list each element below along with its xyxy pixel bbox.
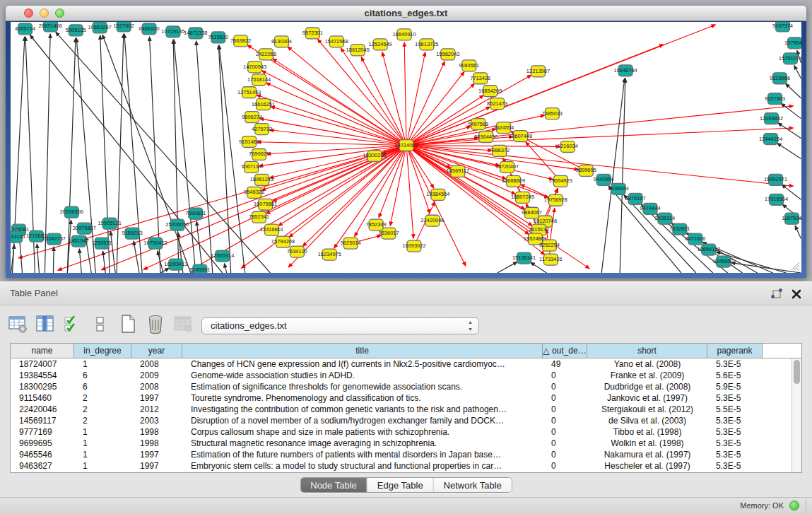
table-row[interactable]: 946362711997Embryonic stem cells: a mode… — [11, 460, 792, 472]
table-cell[interactable]: 5.3E-5 — [707, 460, 763, 472]
graph-node[interactable]: 10653287 — [88, 22, 112, 33]
table-cell[interactable]: 5.3E-5 — [707, 426, 763, 438]
table-cell[interactable]: 2 — [74, 404, 131, 415]
table-cell[interactable]: 2008 — [131, 381, 182, 392]
table-cell[interactable]: 6 — [74, 370, 131, 381]
select-columns-icon[interactable] — [35, 313, 56, 334]
graph-node[interactable]: 9084561 — [459, 60, 479, 71]
graph-node[interactable]: 7632621 — [669, 223, 690, 235]
graph-node[interactable]: 9329966 — [770, 73, 790, 84]
graph-node[interactable]: 7515520 — [208, 32, 228, 43]
table-cell[interactable]: 0 — [543, 460, 587, 472]
table-cell[interactable]: 1 — [74, 449, 131, 460]
table-selector-dropdown[interactable]: citations_edges.txt ▲▼ — [201, 317, 479, 334]
graph-node[interactable]: 15582043 — [436, 49, 459, 60]
table-row[interactable]: 2242004622012Investigating the contribut… — [11, 404, 792, 415]
deselect-all-rows-icon[interactable] — [90, 313, 111, 334]
table-row[interactable]: 1830029562008Estimation of significance … — [11, 381, 792, 392]
graph-node[interactable]: 6466100 — [139, 23, 159, 35]
float-panel-icon[interactable] — [770, 287, 784, 301]
graph-node[interactable]: 9806274 — [242, 112, 262, 123]
graph-node[interactable]: 1579546 — [784, 37, 801, 49]
table-cell[interactable]: 9699695 — [11, 438, 74, 449]
table-cell[interactable]: 1 — [74, 426, 131, 438]
column-header-pagerank[interactable]: pagerank — [707, 344, 763, 358]
table-cell[interactable]: 1 — [74, 358, 131, 370]
graph-node[interactable]: 15472968 — [325, 36, 348, 47]
graph-node[interactable]: 18807249 — [511, 192, 534, 203]
graph-node[interactable]: 10719135 — [161, 26, 184, 37]
table-cell[interactable]: Wolkin et al. (1998) — [587, 438, 707, 449]
table-cell[interactable]: 0 — [543, 370, 587, 381]
table-cell[interactable]: Embryonic stem cells: a model to study s… — [182, 460, 543, 472]
table-cell[interactable]: 5.3E-5 — [707, 358, 763, 370]
table-cell[interactable]: Jankovic et al. (1997) — [587, 392, 707, 404]
graph-node[interactable]: 9155013 — [122, 228, 143, 239]
graph-node[interactable]: 11733426 — [539, 254, 563, 265]
graph-node[interactable]: 18612045 — [346, 45, 370, 56]
table-cell[interactable]: Yano et al. (2008) — [587, 358, 707, 370]
graph-node[interactable]: 9474444 — [640, 203, 660, 214]
graph-node[interactable]: 20206506 — [60, 206, 83, 218]
graph-node[interactable]: 9252254 — [539, 240, 560, 251]
graph-node[interactable]: 20364456 — [474, 132, 498, 143]
table-cell[interactable]: 9463627 — [11, 460, 74, 472]
column-header-title[interactable]: title — [182, 344, 543, 358]
graph-node[interactable]: 7852341 — [249, 211, 269, 223]
table-cell[interactable]: Corpus callosum shape and size in male p… — [182, 426, 543, 438]
table-cell[interactable]: 1 — [74, 438, 131, 449]
graph-node[interactable]: 8471626 — [685, 233, 705, 245]
graph-node[interactable]: 7634120 — [287, 246, 307, 257]
graph-node[interactable]: 1250531 — [92, 238, 112, 249]
graph-node[interactable]: 17016504 — [765, 194, 788, 205]
graph-node[interactable]: 7986372 — [489, 146, 510, 157]
graph-node[interactable]: 12213987 — [526, 66, 550, 77]
graph-node[interactable]: 20691406 — [39, 22, 62, 32]
graph-node[interactable]: 14671338 — [184, 28, 207, 39]
graph-node[interactable]: 8521473 — [487, 98, 507, 110]
table-cell[interactable]: 1998 — [131, 426, 182, 438]
select-all-rows-icon[interactable] — [62, 313, 83, 334]
graph-node[interactable]: 9625014 — [341, 238, 361, 249]
column-header-name[interactable]: name — [11, 344, 74, 358]
graph-node[interactable]: 7852349 — [366, 219, 387, 230]
graph-node[interactable]: 10654112 — [697, 244, 720, 255]
graph-node[interactable]: 9245601 — [189, 264, 210, 273]
graph-node[interactable]: 8938924 — [608, 183, 629, 194]
graph-node[interactable]: 4355714 — [15, 23, 35, 35]
table-cell[interactable]: 49 — [543, 358, 587, 370]
column-header-year[interactable]: year — [131, 344, 182, 358]
table-cell[interactable]: Dudbridge et al. (2008) — [587, 381, 707, 392]
table-cell[interactable]: Changes of HCN gene expression and I(f) … — [182, 358, 543, 370]
graph-node[interactable]: 6497568 — [468, 119, 488, 130]
column-header-out_de[interactable]: △ out_de… — [543, 344, 587, 358]
graph-node[interactable]: 7690631 — [185, 208, 206, 219]
table-cell[interactable]: Structural magnetic resonance image aver… — [182, 438, 543, 449]
table-cell[interactable]: 1998 — [131, 438, 182, 449]
graph-node[interactable]: 16093413 — [164, 259, 187, 270]
table-cell[interactable]: 1 — [74, 460, 131, 472]
graph-node[interactable]: 3913141 — [11, 231, 25, 243]
graph-node[interactable]: 16648784 — [614, 65, 637, 76]
graph-node[interactable]: 9546328 — [244, 187, 264, 198]
import-table-icon[interactable] — [172, 313, 194, 334]
graph-node[interactable]: 18961243 — [250, 174, 273, 185]
graph-node[interactable]: 16093022 — [402, 240, 425, 252]
table-cell[interactable]: Investigating the contribution of common… — [182, 404, 543, 415]
table-cell[interactable]: Stergiakouli et al. (2012) — [587, 404, 707, 415]
graph-node[interactable]: 19384554 — [426, 189, 449, 200]
table-cell[interactable]: 5.3E-5 — [707, 392, 763, 404]
table-cell[interactable]: 1997 — [131, 392, 182, 404]
graph-node[interactable]: 1187534 — [782, 213, 801, 224]
table-cell[interactable]: 5.5E-5 — [707, 404, 763, 415]
table-cell[interactable]: 0 — [543, 392, 587, 404]
table-cell[interactable]: Tourette syndrome. Phenomenology and cla… — [182, 392, 543, 404]
graph-node[interactable]: 9107374 — [772, 22, 793, 32]
table-cell[interactable]: 6 — [74, 381, 131, 392]
table-cell[interactable]: Estimation of the future numbers of pati… — [182, 449, 543, 460]
graph-node[interactable]: 6879197 — [625, 193, 646, 204]
graph-node[interactable]: 3624554 — [493, 122, 514, 134]
graph-node[interactable]: 7713426 — [470, 73, 490, 84]
graph-node[interactable]: 12524549 — [368, 39, 392, 50]
graph-node[interactable]: 2422058 — [256, 49, 276, 60]
